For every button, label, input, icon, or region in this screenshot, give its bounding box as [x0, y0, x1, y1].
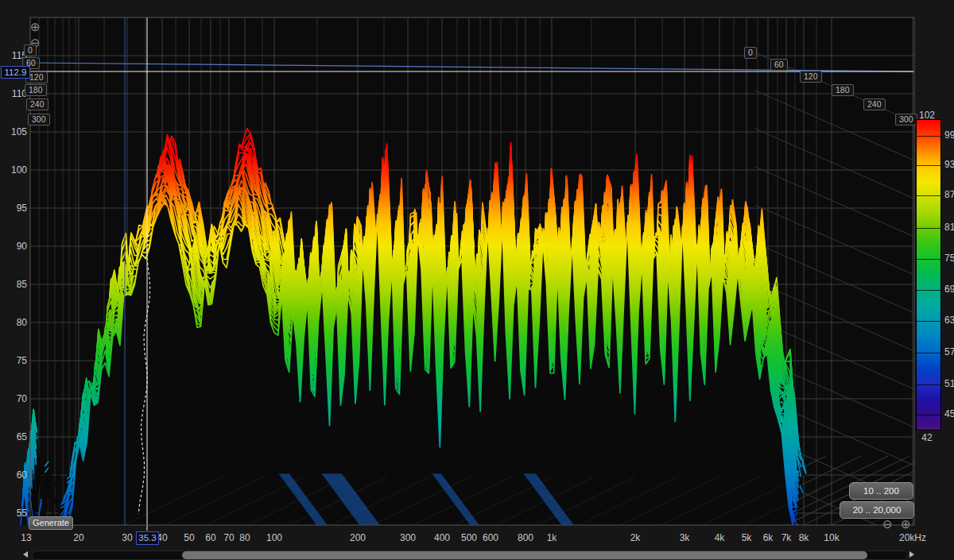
legend-min-label: 42 — [914, 432, 940, 443]
time-slice-label-left: 300 — [28, 114, 50, 126]
legend-tick-label: 63 — [944, 315, 954, 326]
freq-tick-label: 30 — [122, 532, 132, 543]
freq-tick-label: 200 — [350, 532, 366, 543]
legend-tick — [917, 259, 940, 260]
time-slice-label-left: 180 — [25, 84, 47, 96]
freq-tick-label: 2k — [630, 532, 641, 543]
spl-tick-label: 85 — [0, 279, 27, 290]
legend-tick-label: 69 — [944, 284, 954, 295]
freq-range-10-200-button[interactable]: 10 .. 200 — [849, 482, 913, 500]
freq-tick-label: 80 — [239, 532, 250, 543]
freq-tick-label: 13 — [21, 532, 31, 543]
freq-tick-label: 600 — [483, 532, 498, 543]
spl-tick-label: 105 — [0, 126, 27, 137]
spl-tick-label: 60 — [0, 469, 27, 481]
cursor-spl-readout: 112.9 — [1, 66, 30, 79]
time-slice-label-right: 0 — [744, 47, 757, 59]
spl-tick-label: 55 — [0, 508, 27, 519]
legend-tick — [917, 290, 940, 291]
legend-tick — [917, 195, 940, 196]
freq-tick-label: 6k — [763, 532, 774, 543]
scroll-right-arrow-icon[interactable] — [909, 551, 914, 558]
legend-tick-label: 45 — [944, 408, 954, 419]
freq-tick-label: 10k — [824, 532, 839, 543]
spl-tick-label: 90 — [0, 241, 27, 252]
spl-tick-label: 75 — [0, 355, 27, 366]
legend-tick — [917, 165, 940, 166]
freq-tick-label: 400 — [434, 532, 450, 543]
time-slice-label-right: 60 — [770, 59, 788, 71]
spl-tick-label: 95 — [0, 203, 27, 214]
legend-tick — [917, 415, 940, 415]
legend-tick — [917, 384, 940, 385]
spl-tick-label: 70 — [0, 393, 27, 404]
legend-tick — [917, 228, 940, 229]
legend-tick-label: 51 — [944, 378, 954, 389]
freq-tick-label: 20kHz — [899, 532, 926, 543]
spl-tick-label: 110 — [0, 88, 27, 99]
zoom-in-icon[interactable]: ⊕ — [901, 518, 911, 530]
time-slice-label-left: 0 — [24, 44, 37, 56]
spl-tick-label: 65 — [0, 431, 27, 442]
zoom-out-icon[interactable]: ⊖ — [882, 518, 893, 530]
freq-range-20-20000-button[interactable]: 20 .. 20,000 — [840, 501, 914, 519]
freq-tick-label: 3k — [680, 532, 690, 543]
cursor-frequency-readout: 35.3 — [136, 531, 159, 545]
spl-tick-label: 80 — [0, 317, 27, 328]
freq-tick-label: 60 — [205, 532, 215, 543]
spl-tick-label: 100 — [0, 164, 27, 176]
time-slice-label-left: 240 — [26, 98, 48, 110]
freq-tick-label: 20 — [73, 532, 83, 543]
waterfall-plot[interactable] — [0, 0, 954, 560]
time-slice-label-right: 180 — [832, 84, 854, 96]
legend-tick-label: 87 — [944, 189, 954, 200]
time-slice-label-right: 240 — [863, 98, 886, 110]
rew-spl-waterfall-window: SPL 500 ms window, 100 ms rise time, 3.0… — [0, 0, 954, 560]
legend-tick-label: 99 — [944, 129, 954, 141]
freq-tick-label: 100 — [266, 532, 282, 543]
zoom-in-icon[interactable]: ⊕ — [30, 21, 41, 33]
freq-tick-label: 5k — [742, 532, 752, 543]
legend-tick-label: 81 — [944, 222, 954, 233]
legend-tick — [917, 136, 940, 137]
legend-tick-label: 75 — [944, 253, 954, 264]
freq-tick-label: 50 — [184, 532, 194, 543]
freq-tick-label: 1k — [547, 532, 557, 543]
scrollbar-track[interactable] — [32, 550, 908, 560]
legend-tick — [917, 321, 940, 322]
legend-tick — [917, 353, 940, 353]
freq-tick-label: 500 — [461, 532, 477, 543]
freq-tick-label: 8k — [799, 532, 809, 543]
legend-color-bar — [916, 119, 941, 431]
freq-tick-label: 300 — [400, 532, 416, 543]
freq-tick-label: 70 — [223, 532, 234, 543]
freq-tick-label: 800 — [518, 532, 533, 543]
generate-button[interactable]: Generate — [29, 516, 73, 530]
legend-tick-label: 93 — [944, 159, 954, 170]
horizontal-scrollbar[interactable] — [0, 549, 954, 560]
scrollbar-thumb[interactable] — [182, 551, 867, 559]
freq-tick-label: 4k — [715, 532, 725, 543]
freq-tick-label: 7k — [781, 532, 792, 543]
time-slice-label-right: 120 — [800, 71, 822, 83]
legend-tick-label: 57 — [944, 346, 954, 357]
scroll-left-arrow-icon[interactable] — [23, 551, 28, 558]
